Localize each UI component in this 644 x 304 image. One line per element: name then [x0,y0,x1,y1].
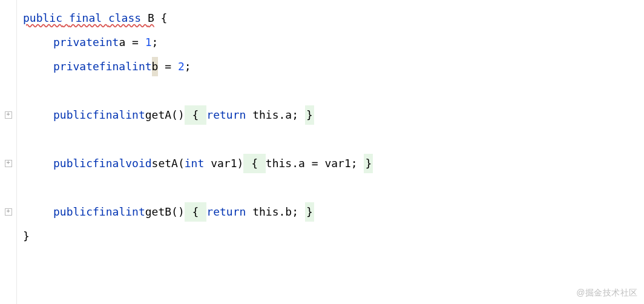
keyword-final: final [93,105,125,125]
params: () [171,202,185,222]
gutter-row [0,151,16,176]
code-editor: public final class B { private int a = 1… [0,0,644,304]
brace-open: { [154,8,168,28]
folded-body-open: { [243,154,266,173]
keyword-final: final [69,12,102,24]
paren-open: ( [178,154,185,173]
fold-expand-icon[interactable] [5,208,12,216]
params: () [171,105,185,125]
watermark-text: @掘金技术社区 [576,285,638,300]
editor-gutter [0,0,17,304]
type-void: void [125,154,151,173]
code-line[interactable]: private int a = 1; [23,30,644,55]
fold-expand-icon[interactable] [5,111,12,119]
code-line-blank[interactable] [23,79,644,103]
vertical-scrollbar[interactable] [640,0,644,304]
code-line[interactable]: private final int b = 2; [23,55,644,79]
paren-close: ) [237,154,243,173]
type-int: int [125,202,145,222]
assign-expr: this.a = var1; [266,154,364,173]
keyword-return: return [206,202,246,222]
method-setA: setA [152,154,178,173]
code-line[interactable]: public final void setA(int var1) { this.… [23,151,644,176]
class-name: B [148,12,154,24]
gutter-row [0,79,16,103]
gutter-row [0,55,16,79]
method-getA: getA [145,105,171,125]
brace-close: } [23,226,30,246]
equals: = [158,57,178,76]
field-a: a [119,33,125,52]
code-line[interactable]: public final int getB() { return this.b;… [23,200,644,224]
type-int: int [125,105,145,125]
keyword-return: return [206,105,246,125]
code-line[interactable]: public final int getA() { return this.a;… [23,103,644,127]
semicolon: ; [152,33,159,52]
gutter-row [0,30,16,55]
folded-body-open: { [185,105,207,125]
keyword-private: private [53,57,99,76]
code-area[interactable]: public final class B { private int a = 1… [17,0,644,304]
type-int: int [99,33,119,52]
keyword-final: final [93,202,125,222]
gutter-row [0,200,16,224]
code-line[interactable]: public final class B { [23,6,644,30]
code-line-blank[interactable] [23,176,644,200]
number-literal: 1 [145,33,152,52]
param-var1: var1 [204,154,237,173]
keyword-public: public [23,12,62,24]
keyword-public: public [53,154,93,173]
caret-line-highlight [17,279,644,303]
keyword-final: final [99,57,132,76]
gutter-row [0,127,16,151]
folded-body-close: } [364,154,373,173]
type-int: int [132,57,152,76]
return-expr: this.b; [246,202,305,222]
gutter-row [0,103,16,127]
keyword-public: public [53,105,93,125]
keyword-private: private [53,33,99,52]
folded-body-open: { [185,202,207,222]
gutter-row [0,224,16,248]
equals: = [125,33,145,52]
gutter-row [0,6,16,30]
keyword-class: class [108,12,141,24]
type-int: int [185,154,205,173]
keyword-final: final [93,154,125,173]
keyword-public: public [53,202,93,222]
gutter-row [0,176,16,200]
semicolon: ; [185,57,191,76]
fold-expand-icon[interactable] [5,160,12,167]
code-line-blank[interactable] [23,127,644,151]
return-expr: this.a; [246,105,305,125]
number-literal: 2 [178,57,185,76]
folded-body-close: } [305,202,314,222]
folded-body-close: } [305,105,314,125]
code-line[interactable]: } [23,224,644,248]
method-getB: getB [145,202,171,222]
field-b: b [152,57,159,76]
